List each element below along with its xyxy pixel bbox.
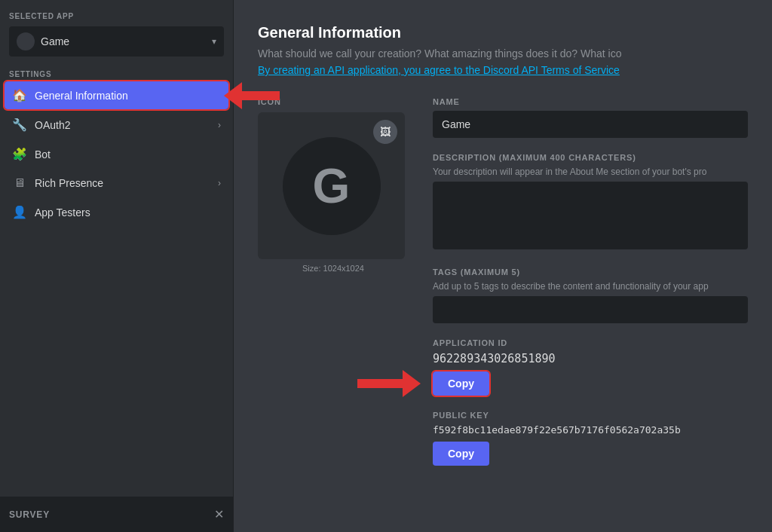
- chevron-down-icon: ▾: [212, 36, 216, 47]
- sidebar-item-app-testers[interactable]: 👤 App Testers: [5, 198, 228, 226]
- sidebar-item-bot[interactable]: 🧩 Bot: [5, 140, 228, 168]
- copy-arrow: [357, 370, 421, 397]
- wrench-icon: 🔧: [12, 118, 27, 132]
- survey-section: SURVEY ✕: [0, 497, 233, 532]
- chevron-right-icon: ›: [218, 120, 221, 130]
- sidebar-item-rich-presence[interactable]: 🖥 Rich Presence ›: [5, 170, 228, 197]
- icon-upload-area[interactable]: G 🖼: [258, 112, 405, 259]
- sidebar-item-label: OAuth2: [35, 119, 210, 131]
- api-terms-link[interactable]: By creating an API application, you agre…: [258, 64, 748, 76]
- description-textarea[interactable]: [433, 182, 748, 249]
- survey-label: SURVEY: [9, 509, 50, 520]
- page-subtitle: What should we call your creation? What …: [258, 47, 748, 60]
- tags-description: Add up to 5 tags to describe the content…: [433, 281, 748, 292]
- sidebar-arrow: [224, 82, 280, 109]
- app-avatar: [17, 32, 35, 50]
- sidebar-item-general-information[interactable]: 🏠 General Information: [5, 81, 228, 109]
- app-name: Game: [41, 35, 69, 47]
- app-dropdown[interactable]: Game ▾: [9, 26, 224, 57]
- nav-item-wrapper-general: 🏠 General Information: [5, 81, 228, 109]
- application-id-group: APPLICATION ID 962289343026851890 Copy: [433, 338, 748, 396]
- icon-label: ICON: [258, 97, 409, 106]
- tags-group: TAGS (MAXIMUM 5) Add up to 5 tags to des…: [433, 268, 748, 323]
- copy-public-key-button[interactable]: Copy: [433, 442, 489, 466]
- arrow-head-right-icon: [403, 370, 421, 397]
- name-input[interactable]: [433, 111, 748, 138]
- name-group: NAME: [433, 97, 748, 138]
- monitor-icon: 🖥: [12, 176, 27, 190]
- sidebar: SELECTED APP Game ▾ SETTINGS 🏠 General I…: [0, 0, 234, 532]
- upload-icon-button[interactable]: 🖼: [373, 120, 397, 144]
- app-avatar-letter: G: [283, 137, 381, 235]
- sidebar-item-label: Rich Presence: [35, 177, 210, 189]
- nav-items: 🏠 General Information 🔧 OAuth2 › 🧩 Bot 🖥…: [0, 81, 233, 497]
- name-label: NAME: [433, 97, 748, 106]
- description-hint: Your description will appear in the Abou…: [433, 167, 748, 177]
- sidebar-item-label: App Testers: [35, 206, 221, 219]
- copy-btn-wrapper: Copy: [433, 371, 489, 396]
- public-key-value: f592f8bc11edae879f22e567b7176f0562a702a3…: [433, 424, 748, 436]
- sidebar-item-label: Bot: [35, 148, 221, 161]
- image-plus-icon: 🖼: [380, 126, 391, 138]
- puzzle-icon: 🧩: [12, 147, 27, 161]
- form-section: NAME DESCRIPTION (MAXIMUM 400 CHARACTERS…: [433, 97, 748, 481]
- person-icon: 👤: [12, 205, 27, 219]
- arrow-head-icon: [224, 82, 242, 109]
- close-icon[interactable]: ✕: [214, 507, 224, 521]
- description-label: DESCRIPTION (MAXIMUM 400 CHARACTERS): [433, 153, 748, 162]
- application-id-value: 962289343026851890: [433, 352, 748, 365]
- tags-input[interactable]: [433, 296, 748, 323]
- selected-app-section: SELECTED APP Game ▾: [0, 0, 233, 64]
- public-key-label: PUBLIC KEY: [433, 411, 748, 420]
- sidebar-item-label: General Information: [35, 90, 221, 102]
- content-grid: ICON G 🖼 Size: 1024x1024 NAME DESCRIPTIO…: [258, 97, 748, 481]
- home-icon: 🏠: [12, 88, 27, 102]
- page-title: General Information: [258, 24, 748, 41]
- application-id-label: APPLICATION ID: [433, 338, 748, 347]
- description-group: DESCRIPTION (MAXIMUM 400 CHARACTERS) You…: [433, 153, 748, 252]
- icon-section: ICON G 🖼 Size: 1024x1024: [258, 97, 409, 481]
- arrow-body: [242, 91, 280, 100]
- main-content: General Information What should we call …: [234, 0, 772, 532]
- tags-label: TAGS (MAXIMUM 5): [433, 268, 748, 277]
- settings-label: SETTINGS: [0, 64, 233, 81]
- arrow-body-h: [357, 379, 403, 388]
- public-key-group: PUBLIC KEY f592f8bc11edae879f22e567b7176…: [433, 411, 748, 466]
- selected-app-label: SELECTED APP: [9, 12, 224, 20]
- sidebar-item-oauth2[interactable]: 🔧 OAuth2 ›: [5, 111, 228, 139]
- icon-size-hint: Size: 1024x1024: [258, 264, 409, 273]
- copy-application-id-button[interactable]: Copy: [433, 371, 489, 396]
- chevron-right-icon: ›: [218, 178, 221, 188]
